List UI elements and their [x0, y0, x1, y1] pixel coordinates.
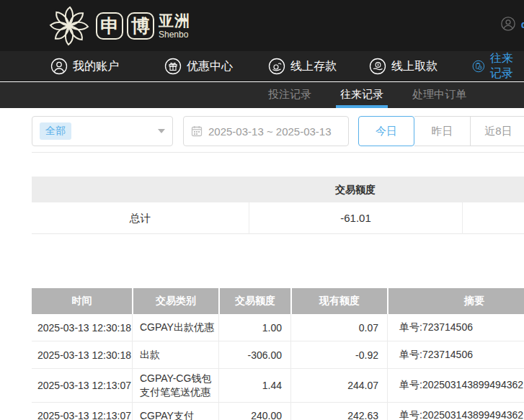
summary-table: 交易额度 总计 -61.01 — [32, 177, 524, 234]
col-header-balance: 现有额度 — [290, 288, 387, 314]
cell-type: CGPAY出款优惠 — [132, 314, 218, 341]
cell-balance: 244.07 — [290, 369, 387, 402]
col-header-amount: 交易额度 — [218, 288, 290, 314]
col-header-summary: 摘要 — [387, 288, 524, 314]
cell-time: 2025-03-13 12:30:18 — [32, 341, 132, 368]
cell-time: 2025-03-13 12:13:07 — [32, 403, 132, 420]
cell-amount: 240.00 — [218, 403, 290, 420]
last-8-days-button[interactable]: 近8日 — [471, 116, 524, 146]
cell-amount: 1.44 — [218, 369, 290, 402]
filter-row: 全部 2025-03-13 ~ 2025-03-13 今日 昨日 近8日 — [32, 116, 524, 146]
records-icon — [472, 58, 485, 75]
nav-item-promotions[interactable]: 优惠中心 — [164, 51, 233, 81]
col-header-time: 时间 — [32, 288, 132, 314]
nav-label: 优惠中心 — [187, 59, 233, 74]
brand-logo[interactable]: 申 博 亚洲 Shenbo — [46, 3, 190, 49]
tab-transaction-records[interactable]: 往来记录 — [336, 82, 388, 108]
table-row: 2025-03-13 12:30:18 CGPAY出款优惠 1.00 0.07 … — [32, 314, 524, 341]
date-range-text: 2025-03-13 ~ 2025-03-13 — [208, 125, 332, 138]
cell-summary: 单号:202503143899494362 — [387, 369, 524, 402]
logo-region-en: Shenbo — [159, 30, 190, 39]
flower-logo-icon — [46, 3, 92, 49]
table-row: 2025-03-13 12:13:07 CGPAY支付 240.00 242.6… — [32, 403, 524, 420]
summary-empty-cell — [462, 202, 524, 234]
cell-type: CGPAY支付 — [132, 403, 218, 420]
cell-time: 2025-03-13 12:13:07 — [32, 369, 132, 402]
yesterday-button[interactable]: 昨日 — [414, 116, 471, 146]
transaction-records-page: 申 博 亚洲 Shenbo qh 我的账户 — [0, 0, 524, 420]
deposit-icon — [268, 58, 285, 75]
table-row: 2025-03-13 12:30:18 出款 -306.00 -0.92 单号:… — [32, 341, 524, 369]
cell-type: 出款 — [132, 341, 218, 368]
account-icon — [50, 58, 68, 75]
tab-betting-records[interactable]: 投注记录 — [264, 82, 316, 108]
logo-region-cn: 亚洲 — [159, 13, 190, 28]
logo-char-shen: 申 — [96, 12, 123, 40]
nav-label: 线上存款 — [290, 59, 337, 74]
table-header-row: 时间 交易类别 交易额度 现有额度 摘要 — [32, 288, 524, 314]
calendar-icon — [191, 125, 203, 137]
cell-amount: 1.00 — [218, 314, 290, 341]
nav-item-deposit[interactable]: 线上存款 — [268, 51, 337, 81]
col-header-type: 交易类别 — [132, 288, 218, 314]
nav-item-withdraw[interactable]: 线上取款 — [369, 51, 438, 81]
record-tabs-bar: 投注记录 往来记录 处理中订单 — [0, 82, 524, 108]
type-filter-select[interactable]: 全部 — [32, 116, 173, 146]
summary-header-row: 交易额度 — [32, 177, 524, 202]
date-range-picker[interactable]: 2025-03-13 ~ 2025-03-13 — [183, 116, 349, 146]
logo-char-bo: 博 — [127, 12, 154, 40]
section-divider — [32, 152, 524, 153]
withdraw-icon — [369, 58, 386, 75]
cell-summary: 单号:723714506 — [387, 341, 524, 368]
nav-label: 我的账户 — [73, 59, 119, 74]
type-filter-selected-tag[interactable]: 全部 — [40, 122, 71, 140]
transactions-table: 时间 交易类别 交易额度 现有额度 摘要 2025-03-13 12:30:18… — [32, 288, 524, 420]
table-row: 2025-03-13 12:13:07 CGPAY-CG钱包支付笔笔送优惠 1.… — [32, 369, 524, 403]
cell-time: 2025-03-13 12:30:18 — [32, 314, 132, 341]
cell-summary: 单号:723714506 — [387, 314, 524, 341]
cell-type: CGPAY-CG钱包支付笔笔送优惠 — [132, 369, 218, 402]
user-account-area[interactable]: qh — [500, 16, 524, 32]
cell-balance: 242.63 — [290, 403, 387, 420]
summary-total-row: 总计 -61.01 — [32, 202, 524, 234]
nav-item-my-account[interactable]: 我的账户 — [50, 51, 119, 81]
nav-label: 线上取款 — [391, 59, 438, 74]
user-avatar-icon — [500, 16, 516, 32]
quick-date-buttons: 今日 昨日 近8日 — [358, 116, 524, 146]
logo-region: 亚洲 Shenbo — [159, 13, 190, 39]
today-button[interactable]: 今日 — [358, 116, 414, 146]
nav-item-records[interactable]: 往来记录 — [472, 51, 524, 81]
cell-balance: 0.07 — [290, 314, 387, 341]
cell-amount: -306.00 — [218, 341, 290, 368]
username-text: qh — [521, 18, 524, 30]
summary-total-label: 总计 — [32, 202, 249, 234]
chevron-down-icon — [158, 129, 165, 133]
cell-summary: 单号:202503143899494362 — [387, 403, 524, 420]
top-header: 申 博 亚洲 Shenbo qh — [0, 0, 524, 51]
summary-header-label: 交易额度 — [249, 177, 462, 202]
summary-total-value: -61.01 — [249, 202, 462, 234]
cell-balance: -0.92 — [290, 341, 387, 368]
main-navigation: 我的账户 优惠中心 线上存款 — [0, 51, 524, 81]
record-tabs: 投注记录 往来记录 处理中订单 — [254, 82, 481, 108]
gift-icon — [164, 58, 182, 75]
tab-processing-orders[interactable]: 处理中订单 — [408, 82, 471, 108]
nav-label: 往来记录 — [490, 51, 524, 81]
